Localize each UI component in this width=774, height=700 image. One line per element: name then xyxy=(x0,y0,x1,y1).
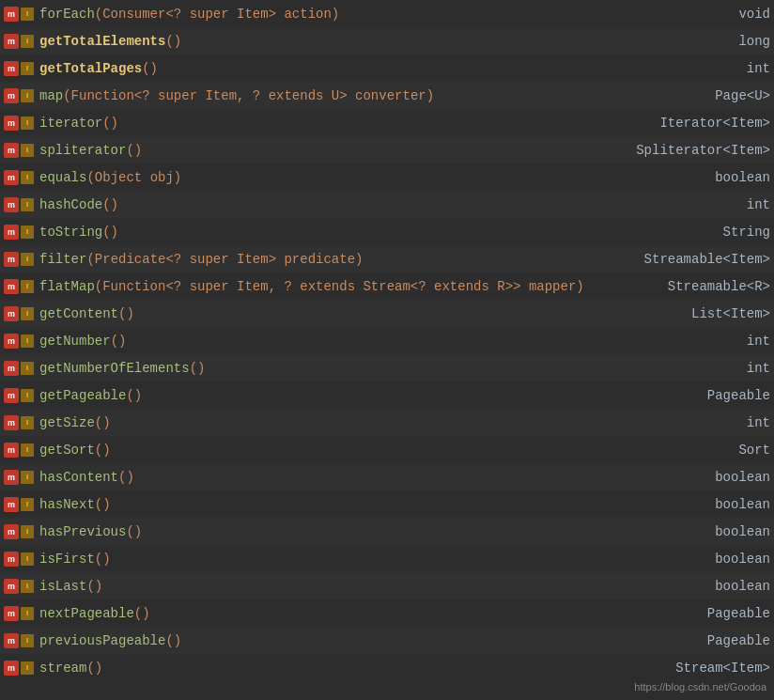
list-item[interactable]: mIflatMap(Function<? super Item, ? exten… xyxy=(0,272,774,300)
list-item[interactable]: mIhasNext()boolean xyxy=(0,490,774,518)
override-icon: I xyxy=(21,525,34,538)
method-icon: m xyxy=(4,470,19,485)
list-item[interactable]: mIhasPrevious()boolean xyxy=(0,518,774,545)
method-params: () xyxy=(102,225,118,240)
method-params: (Predicate<? super Item> predicate) xyxy=(86,252,363,267)
method-icon: m xyxy=(4,7,19,22)
list-item[interactable]: mIgetNumber()int xyxy=(0,327,774,354)
method-name: getSort xyxy=(39,443,95,458)
method-name: getTotalElements xyxy=(39,34,165,49)
return-type: boolean xyxy=(715,470,770,485)
method-params: () xyxy=(118,470,134,485)
list-item[interactable]: mIstream()Stream<Item> xyxy=(0,654,774,681)
method-icon: m xyxy=(4,34,19,49)
return-type: int xyxy=(747,415,770,430)
list-item[interactable]: mIgetTotalPages()int xyxy=(0,54,774,82)
list-item[interactable]: mIgetTotalElements()long xyxy=(0,27,774,54)
method-name: flatMap xyxy=(39,279,95,294)
watermark: https://blog.csdn.net/Goodoa xyxy=(634,681,766,692)
method-icon: m xyxy=(4,361,19,376)
override-icon: I xyxy=(21,307,34,320)
list-item[interactable]: mIgetSort()Sort xyxy=(0,436,774,463)
method-params: () xyxy=(102,116,118,131)
override-icon: I xyxy=(21,580,34,593)
method-name: getTotalPages xyxy=(39,61,142,76)
method-icon: m xyxy=(4,197,19,212)
method-icon: m xyxy=(4,170,19,185)
override-icon: I xyxy=(21,634,34,647)
list-item[interactable]: mIgetContent()List<Item> xyxy=(0,300,774,327)
list-item[interactable]: mInextPageable()Pageable xyxy=(0,599,774,627)
return-type: String xyxy=(723,225,770,240)
method-name: iterator xyxy=(39,116,102,131)
return-type: Streamable<R> xyxy=(668,279,770,294)
override-icon: I xyxy=(21,171,34,184)
override-icon: I xyxy=(21,144,34,157)
method-params: () xyxy=(190,361,206,376)
method-params: () xyxy=(86,579,102,594)
method-name: hashCode xyxy=(39,197,102,212)
method-name: spliterator xyxy=(39,143,126,158)
method-params: () xyxy=(126,524,142,539)
method-params: (Consumer<? super Item> action) xyxy=(95,7,339,22)
list-item[interactable]: mIfilter(Predicate<? super Item> predica… xyxy=(0,245,774,272)
method-params: () xyxy=(165,633,181,648)
method-name: equals xyxy=(39,170,86,185)
method-name: hasContent xyxy=(39,470,118,485)
return-type: Stream<Item> xyxy=(675,661,770,676)
list-item[interactable]: mIisFirst()boolean xyxy=(0,545,774,572)
return-type: Sort xyxy=(738,443,770,458)
list-item[interactable]: mIhashCode()int xyxy=(0,191,774,218)
override-icon: I xyxy=(21,471,34,484)
method-name: toString xyxy=(39,225,102,240)
list-item[interactable]: mIgetNumberOfElements()int xyxy=(0,354,774,381)
method-icon: m xyxy=(4,579,19,594)
method-name: getNumber xyxy=(39,334,111,349)
override-icon: I xyxy=(21,334,34,348)
method-name: hasPrevious xyxy=(39,524,126,539)
method-name: isLast xyxy=(39,579,86,594)
method-name: forEach xyxy=(39,7,95,22)
method-params: () xyxy=(142,61,158,76)
return-type: void xyxy=(738,7,770,22)
return-type: int xyxy=(747,197,770,212)
list-item[interactable]: mIgetPageable()Pageable xyxy=(0,381,774,409)
override-icon: I xyxy=(21,416,34,429)
override-icon: I xyxy=(21,8,34,21)
return-type: List<Item> xyxy=(691,306,770,321)
method-icon: m xyxy=(4,415,19,430)
list-item[interactable]: mIforEach(Consumer<? super Item> action)… xyxy=(0,0,774,27)
list-item[interactable]: mIequals(Object obj)boolean xyxy=(0,163,774,191)
method-icon: m xyxy=(4,633,19,648)
return-type: long xyxy=(738,34,770,49)
list-item[interactable]: mIisLast()boolean xyxy=(0,572,774,599)
code-container: mIforEach(Consumer<? super Item> action)… xyxy=(0,0,774,700)
method-name: isFirst xyxy=(39,552,95,567)
override-icon: I xyxy=(21,253,34,266)
method-icon: m xyxy=(4,497,19,512)
method-icon: m xyxy=(4,252,19,267)
method-params: () xyxy=(95,497,111,512)
return-type: Pageable xyxy=(707,388,770,403)
method-icon: m xyxy=(4,225,19,240)
method-icon: m xyxy=(4,334,19,349)
method-icon: m xyxy=(4,306,19,321)
override-icon: I xyxy=(21,117,34,130)
list-item[interactable]: mIpreviousPageable()Pageable xyxy=(0,627,774,654)
method-params: () xyxy=(86,661,102,676)
method-params: (Object obj) xyxy=(86,170,181,185)
list-item[interactable]: mIhasContent()boolean xyxy=(0,463,774,490)
override-icon: I xyxy=(21,362,34,375)
return-type: Pageable xyxy=(707,606,770,621)
list-item[interactable]: mItoString()String xyxy=(0,218,774,245)
return-type: int xyxy=(747,61,770,76)
override-icon: I xyxy=(21,35,34,48)
method-params: (Function<? super Item, ? extends Stream… xyxy=(95,279,584,294)
override-icon: I xyxy=(21,62,34,75)
list-item[interactable]: mIgetSize()int xyxy=(0,409,774,436)
list-item[interactable]: mIspliterator()Spliterator<Item> xyxy=(0,136,774,163)
list-item[interactable]: mImap(Function<? super Item, ? extends U… xyxy=(0,82,774,109)
method-name: getNumberOfElements xyxy=(39,361,190,376)
list-item[interactable]: mIiterator()Iterator<Item> xyxy=(0,109,774,136)
return-type: Spliterator<Item> xyxy=(636,143,770,158)
